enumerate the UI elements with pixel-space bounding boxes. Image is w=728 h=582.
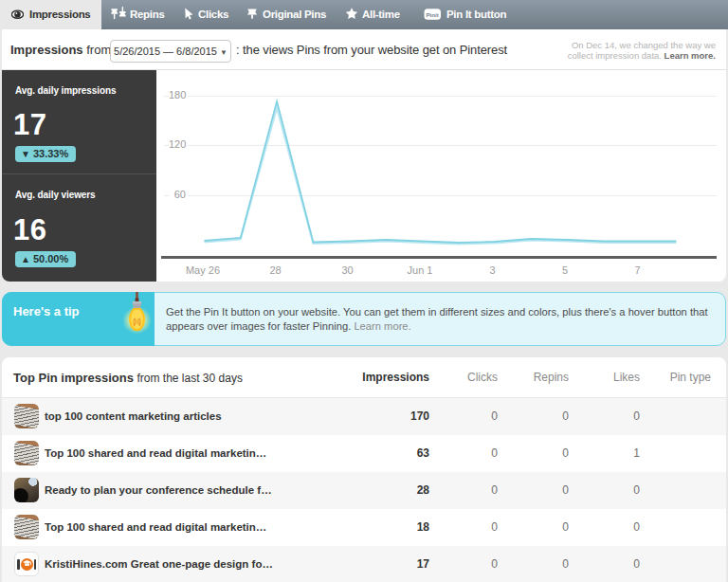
- svg-text:Pinit: Pinit: [426, 11, 438, 18]
